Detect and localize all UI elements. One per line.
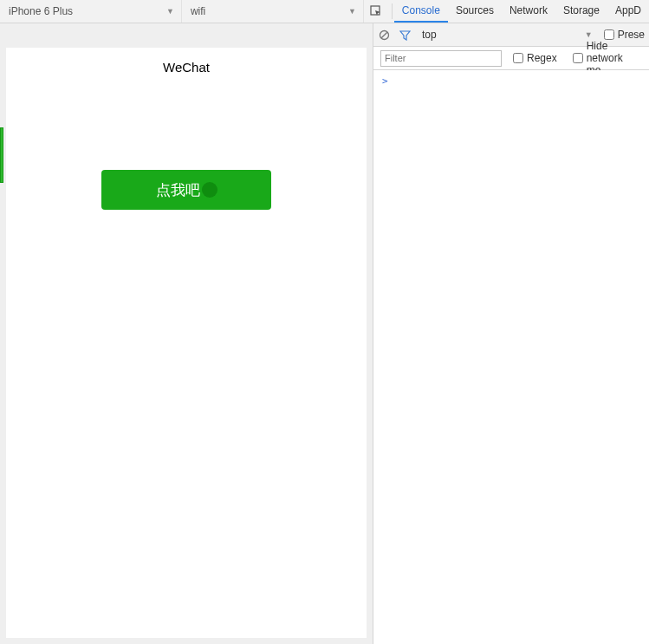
tab-sources[interactable]: Sources: [448, 0, 502, 23]
tab-indicator: [0, 127, 3, 183]
network-label: wifi: [191, 5, 205, 17]
simulator-header: [0, 23, 373, 48]
context-label: top: [422, 29, 437, 41]
regex-checkbox[interactable]: Regex: [509, 52, 561, 64]
device-dropdown[interactable]: iPhone 6 Plus ▼: [0, 0, 182, 23]
primary-button[interactable]: 点我吧: [101, 170, 271, 210]
console-filterbar: Regex Hide network me: [373, 47, 649, 70]
tab-storage[interactable]: Storage: [555, 0, 607, 23]
preserve-log-label: Prese: [618, 29, 645, 41]
device-label: iPhone 6 Plus: [9, 5, 73, 17]
context-dropdown[interactable]: top ▼: [415, 29, 600, 41]
regex-label: Regex: [527, 52, 557, 64]
chevron-down-icon: ▼: [348, 7, 356, 16]
network-dropdown[interactable]: wifi ▼: [182, 0, 364, 23]
device-frame: WeChat 点我吧: [6, 48, 367, 638]
tab-network[interactable]: Network: [502, 0, 555, 23]
inspect-icon[interactable]: [364, 0, 390, 23]
primary-button-label: 点我吧: [156, 180, 200, 200]
devtools-pane: top ▼ Prese Regex Hide network me: [373, 23, 649, 644]
filter-input[interactable]: [380, 50, 502, 67]
regex-input[interactable]: [513, 53, 523, 63]
top-toolbar: iPhone 6 Plus ▼ wifi ▼ Console Sources N…: [0, 0, 649, 23]
separator: [392, 3, 393, 19]
svg-line-2: [381, 32, 387, 38]
preserve-log-checkbox[interactable]: Prese: [600, 29, 649, 41]
console-body[interactable]: >: [373, 70, 649, 644]
page-title: WeChat: [6, 48, 367, 87]
hide-network-input[interactable]: [573, 53, 583, 63]
filter-icon[interactable]: [394, 23, 415, 46]
chevron-down-icon: ▼: [585, 30, 593, 39]
chevron-down-icon: ▼: [166, 7, 174, 16]
loading-dot-icon: [202, 182, 217, 198]
console-prompt: >: [382, 75, 388, 87]
devtools-tabs: Console Sources Network Storage AppD: [394, 0, 649, 23]
clear-console-icon[interactable]: [373, 23, 394, 46]
simulator-pane: WeChat 点我吧: [0, 23, 373, 644]
tab-appdata[interactable]: AppD: [607, 0, 649, 23]
tab-console[interactable]: Console: [394, 0, 448, 23]
preserve-log-input[interactable]: [604, 29, 614, 40]
